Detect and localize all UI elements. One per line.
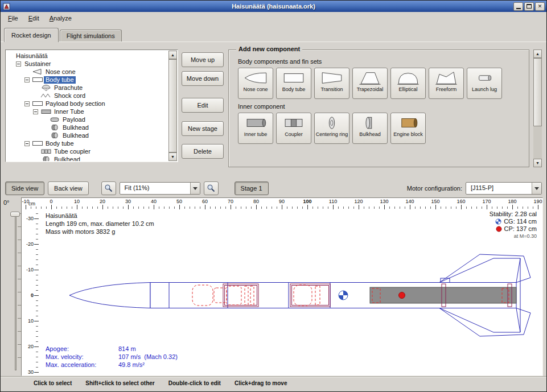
tree-item-tube-coupler[interactable]: Tube coupler (7, 147, 168, 155)
tree-item-payload[interactable]: Payload (7, 115, 168, 123)
cg-marker (339, 291, 348, 300)
ruler-tick (359, 205, 359, 209)
inner-component-buttons: Inner tubeCouplerCentering ringBulkheadE… (238, 113, 529, 144)
edit-button[interactable]: Edit (182, 98, 224, 113)
tree-item-parachute[interactable]: Parachute (7, 84, 168, 92)
close-button[interactable]: ✕ (535, 2, 545, 11)
cg-icon (495, 218, 501, 225)
tree-item-bulkhead[interactable]: Bulkhead (7, 155, 168, 161)
tree-item-body-tube[interactable]: Body tube (7, 76, 168, 84)
tab-strip: Rocket design Flight simulations (1, 24, 546, 42)
close-icon: ✕ (538, 4, 542, 9)
rotation-angle-label: 0° (3, 199, 10, 206)
add-engine-block-button[interactable]: Engine block (390, 113, 426, 144)
apogee-label: Apogee: (46, 345, 118, 353)
tree-item-label: Haisunäätä (14, 52, 50, 60)
component-button-label: Body tube (282, 86, 306, 92)
minimize-button[interactable] (513, 2, 523, 11)
component-button-label: Bulkhead (359, 131, 381, 137)
combo-arrow-button[interactable] (532, 183, 541, 194)
add-inner-tube-button[interactable]: Inner tube (238, 113, 273, 144)
tree-expander-icon[interactable] (24, 101, 30, 106)
rocket-viewport[interactable]: cm -100102030405060708090100110120130140… (21, 197, 543, 376)
add-coupler-button[interactable]: Coupler (276, 113, 311, 144)
add-panel-scrollbar[interactable]: ▲ ▼ (533, 49, 542, 167)
scroll-down-button[interactable]: ▼ (168, 152, 177, 161)
ruler-label: 20 (100, 199, 105, 204)
tree-expander-icon[interactable] (24, 141, 30, 146)
scroll-up-button[interactable]: ▲ (533, 49, 542, 58)
ruler-tick (307, 205, 308, 209)
add-centering-ring-button[interactable]: Centering ring (314, 113, 349, 144)
fin-shape (439, 308, 520, 333)
tab-rocket-design[interactable]: Rocket design (4, 28, 59, 42)
tree-item-bulkhead[interactable]: Bulkhead (7, 123, 168, 131)
tree-item-label: Bulkhead (61, 124, 91, 131)
ruler-label: 180 (508, 199, 516, 204)
tree-item-label: Bulkhead (52, 156, 82, 162)
combo-arrow-button[interactable] (190, 183, 200, 194)
delete-button[interactable]: Delete (182, 144, 224, 159)
ruler-label: 110 (329, 199, 337, 204)
tree-item-payload-body-section[interactable]: Payload body section (7, 100, 168, 108)
tree-item-shock-cord[interactable]: Shock cord (7, 92, 168, 100)
tree-item-label: Nose cone (44, 68, 77, 76)
tree-item-bulkhead[interactable]: Bulkhead (7, 131, 168, 139)
new-stage-button[interactable]: New stage (182, 121, 224, 136)
move-down-button[interactable]: Move down (182, 71, 224, 86)
add-transition-button[interactable]: Transition (314, 68, 349, 99)
tree-expander-icon[interactable] (16, 61, 21, 67)
title-bar[interactable]: Haisunäätä (haisunaata.ork) ✕ (1, 1, 546, 12)
menu-item-edit[interactable]: Edit (23, 13, 44, 23)
add-nose-cone-button[interactable]: Nose cone (238, 68, 273, 99)
add-elliptical-button[interactable]: Elliptical (390, 68, 426, 99)
tree-item-haisunaata[interactable]: Haisunäätä (7, 52, 168, 60)
tab-flight-simulations[interactable]: Flight simulations (60, 30, 122, 42)
menu-item-file[interactable]: File (3, 13, 23, 23)
zoom-select[interactable]: Fit (11%) (120, 182, 200, 195)
add-freeform-button[interactable]: Freeform (429, 68, 464, 99)
ruler-tick (205, 205, 205, 209)
tree-item-body-tube[interactable]: Body tube (7, 139, 168, 147)
add-launch-lug-button[interactable]: Launch lug (467, 68, 502, 99)
component-button-label: Transition (320, 86, 343, 92)
maximize-button[interactable] (524, 2, 534, 11)
scroll-down-button[interactable]: ▼ (533, 159, 542, 167)
scroll-down-icon: ▼ (171, 155, 175, 159)
ruler-label: 100 (303, 199, 311, 204)
menu-item-analyze[interactable]: Analyze (44, 13, 77, 23)
tree-expander-icon[interactable] (24, 77, 30, 82)
add-bulkhead-button[interactable]: Bulkhead (352, 113, 388, 144)
bulkhead-icon (40, 156, 52, 161)
tree-item-inner-tube[interactable]: Inner Tube (7, 108, 168, 115)
innertube-icon (40, 108, 52, 115)
magnifier-icon (104, 184, 113, 192)
scrollbar-thumb[interactable] (168, 59, 177, 152)
component-tree-panel: HaisunäätäSustainerNose coneBody tubePar… (5, 49, 178, 162)
ruler-tick (461, 205, 462, 209)
stage-1-toggle[interactable]: Stage 1 (235, 181, 269, 195)
scrollbar-thumb[interactable] (533, 58, 542, 126)
add-body-tube-button[interactable]: Body tube (276, 68, 311, 99)
rotation-slider-handle[interactable] (10, 212, 20, 217)
move-up-button[interactable]: Move up (182, 52, 224, 67)
rotation-slider-column: 0° (1, 197, 21, 376)
back-view-button[interactable]: Back view (48, 181, 89, 195)
tree-item-sustainer[interactable]: Sustainer (7, 60, 168, 68)
zoom-fit-button[interactable] (204, 181, 219, 195)
cp-marker (399, 292, 405, 299)
tree-expander-icon[interactable] (33, 109, 38, 114)
rotation-slider-track[interactable] (15, 213, 17, 370)
max-velocity-value: 107 m/s (Mach 0.32) (118, 353, 178, 361)
tree-item-nose-cone[interactable]: Nose cone (7, 68, 168, 76)
scroll-up-button[interactable]: ▲ (168, 51, 177, 59)
ruler-tick (34, 346, 39, 347)
side-view-button[interactable]: Side view (5, 181, 44, 195)
ruler-tick (34, 372, 39, 373)
tree-scrollbar[interactable]: ▲ ▼ (168, 51, 177, 161)
nose-cone-shape (69, 283, 150, 308)
add-trapezoidal-button[interactable]: Trapezoidal (352, 68, 388, 99)
motor-configuration-value: [J115-P] (466, 183, 498, 194)
zoom-in-button[interactable] (101, 181, 116, 195)
motor-configuration-select[interactable]: [J115-P] (466, 182, 542, 195)
